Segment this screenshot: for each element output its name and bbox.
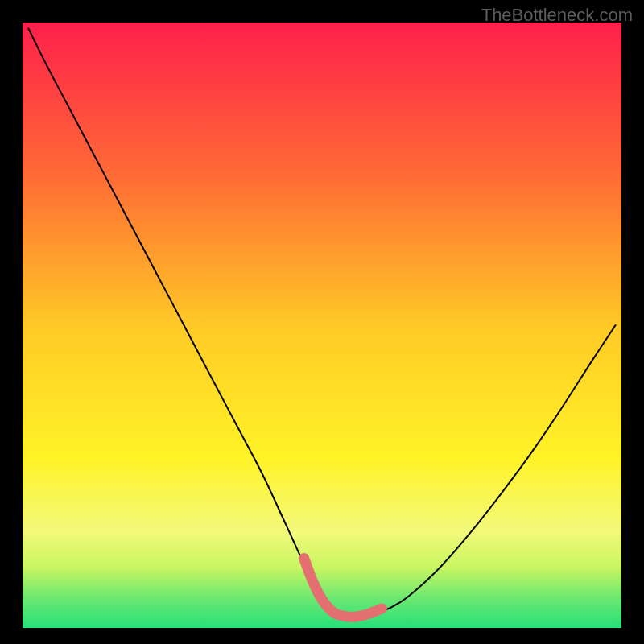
chart-svg: [0, 0, 644, 644]
chart-background: [23, 23, 621, 628]
watermark: TheBottleneck.com: [481, 5, 633, 26]
chart-container: TheBottleneck.com: [0, 0, 644, 644]
